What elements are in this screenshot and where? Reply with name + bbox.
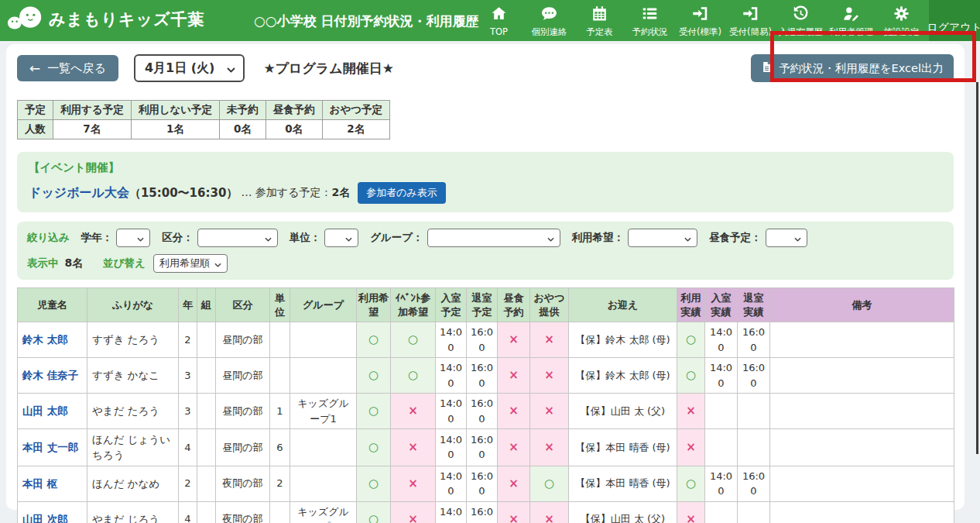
cell-unit bbox=[270, 322, 290, 358]
cell-group: キッズグループ3 bbox=[290, 501, 357, 523]
back-button-label: 一覧へ戻る bbox=[47, 61, 106, 76]
event-name: ドッジボール大会 bbox=[29, 185, 129, 201]
filter-field-label: 利用希望： bbox=[572, 231, 625, 245]
summary-header-cell: 利用する予定 bbox=[53, 101, 132, 120]
cell-note bbox=[770, 322, 954, 358]
column-header-2: 年 bbox=[179, 288, 197, 322]
cell-event: ○ bbox=[391, 322, 436, 358]
nav-item-2[interactable]: 予定表 bbox=[574, 0, 625, 41]
cell-note bbox=[770, 501, 954, 523]
cell-pickup: 【保】本田 晴香 (母) bbox=[569, 466, 677, 501]
event-participants-label: … 参加する予定： bbox=[241, 186, 331, 200]
event-heading: 【イベント開催】 bbox=[29, 160, 942, 175]
cell-category: 昼間の部 bbox=[216, 429, 270, 466]
cell-lunch: × bbox=[498, 429, 530, 466]
cell-lunch: × bbox=[498, 358, 530, 394]
table-row: 山田 次郎やまだ じろう4夜間の部キッズグループ3○×14:0016:00××【… bbox=[18, 501, 954, 523]
filter-select-3[interactable] bbox=[427, 229, 560, 247]
cell-category: 夜間の部 bbox=[216, 466, 270, 501]
nav-item-3[interactable]: 予約状況 bbox=[625, 0, 675, 41]
chevron-down-icon bbox=[265, 232, 272, 244]
summary-header-cell: 未予約 bbox=[220, 101, 266, 120]
summary-value-cell: 2名 bbox=[322, 120, 389, 139]
showing-label: 表示中 bbox=[27, 256, 59, 270]
cell-wish: ○ bbox=[357, 358, 391, 394]
cell-out_actual: 16:00 bbox=[738, 358, 770, 394]
nav-item-7[interactable]: 利用者管理 bbox=[826, 0, 876, 41]
student-name-link[interactable]: 本田 丈一郎 bbox=[22, 441, 78, 453]
student-name-link[interactable]: 山田 太郎 bbox=[22, 404, 68, 417]
excel-export-button[interactable]: 予約状況・利用履歴をExcel出力 bbox=[751, 54, 954, 82]
filter-select-5[interactable] bbox=[766, 229, 807, 247]
column-header-8: ｲﾍﾞﾝﾄ参加希望 bbox=[391, 288, 436, 322]
chevron-down-icon bbox=[345, 232, 352, 244]
back-to-list-button[interactable]: ← 一覧へ戻る bbox=[17, 55, 118, 81]
student-name-link[interactable]: 鈴木 佳奈子 bbox=[22, 369, 78, 381]
show-participants-button[interactable]: 参加者のみ表示 bbox=[358, 182, 446, 204]
cell-class bbox=[197, 358, 216, 394]
cell-out_actual bbox=[738, 429, 770, 466]
cell-name: 山田 次郎 bbox=[18, 501, 87, 523]
filter-select-0[interactable] bbox=[116, 229, 150, 247]
showing-count: 8名 bbox=[65, 256, 84, 270]
cell-group bbox=[290, 358, 357, 394]
brand-logo[interactable]: みまもりキッズ千葉 bbox=[6, 5, 204, 33]
summary-header-cell: 昼食予約 bbox=[266, 101, 322, 120]
cell-out_plan: 16:00 bbox=[467, 429, 498, 466]
chevron-down-icon bbox=[137, 232, 144, 244]
cell-category: 昼間の部 bbox=[216, 394, 270, 429]
nav-item-5[interactable]: 受付(簡易) bbox=[725, 0, 776, 41]
cell-in_plan: 14:00 bbox=[436, 394, 467, 429]
nav-item-8[interactable]: 施設設定 bbox=[876, 0, 927, 41]
filter-panel: 絞り込み 学年：区分：単位：グループ：利用希望：昼食予定： 表示中 8名 並び替… bbox=[17, 222, 954, 280]
gear-icon bbox=[893, 5, 910, 25]
table-row: 本田 枢ほんだ かなめ2夜間の部2○×14:0016:00×○【保】本田 晴香 … bbox=[18, 466, 954, 501]
chevron-down-icon bbox=[794, 232, 801, 244]
cell-lunch: × bbox=[498, 466, 530, 501]
cell-actual: × bbox=[677, 501, 705, 523]
date-select[interactable]: 4月1日 (火) bbox=[134, 54, 245, 82]
cell-pickup: 【保】本田 晴香 (母) bbox=[569, 429, 677, 466]
filter-select-1[interactable] bbox=[197, 229, 278, 247]
column-header-0: 児童名 bbox=[18, 288, 87, 322]
cell-in_plan: 14:00 bbox=[436, 466, 467, 501]
column-header-12: おやつ提供 bbox=[530, 288, 569, 322]
cell-pickup: 【保】山田 太 (父) bbox=[569, 501, 677, 523]
cell-class bbox=[197, 501, 216, 523]
column-header-4: 区分 bbox=[216, 288, 270, 322]
cell-event: × bbox=[391, 429, 436, 466]
cell-note bbox=[770, 394, 954, 429]
cell-in_actual: 14:00 bbox=[705, 358, 738, 394]
logout-button[interactable]: ログアウト bbox=[929, 0, 980, 41]
summary-value-cell: 7名 bbox=[53, 120, 132, 139]
cell-snack: × bbox=[530, 394, 569, 429]
cell-wish: ○ bbox=[357, 501, 391, 523]
document-icon bbox=[761, 61, 773, 75]
student-name-link[interactable]: 鈴木 太郎 bbox=[22, 333, 68, 346]
cell-in_actual: 14:00 bbox=[705, 466, 738, 501]
cell-group bbox=[290, 429, 357, 466]
summary-value-cell: 1名 bbox=[131, 120, 219, 139]
nav-item-4[interactable]: 受付(標準) bbox=[675, 0, 725, 41]
cell-out_plan: 16:00 bbox=[467, 466, 498, 501]
nav-item-label: 予約状況 bbox=[632, 26, 668, 38]
cell-group bbox=[290, 322, 357, 358]
cell-actual: ○ bbox=[677, 358, 705, 394]
sort-select[interactable]: 利用希望順 bbox=[153, 254, 228, 273]
student-name-link[interactable]: 山田 次郎 bbox=[22, 513, 68, 523]
nav-item-6[interactable]: 入退室履歴 bbox=[776, 0, 826, 41]
cell-class bbox=[197, 429, 216, 466]
student-name-link[interactable]: 本田 枢 bbox=[22, 477, 57, 490]
cell-unit bbox=[270, 501, 290, 523]
filter-select-4[interactable] bbox=[628, 229, 697, 247]
cell-grade: 3 bbox=[179, 358, 197, 394]
main-nav: TOP個別連絡予定表予約状況受付(標準)受付(簡易)入退室履歴利用者管理施設設定 bbox=[474, 0, 927, 41]
cell-kana: やまだ じろう bbox=[87, 501, 179, 523]
window-edge-scrollbar[interactable] bbox=[976, 82, 978, 454]
cell-wish: ○ bbox=[357, 394, 391, 429]
nav-item-0[interactable]: TOP bbox=[474, 0, 524, 41]
filter-select-2[interactable] bbox=[324, 229, 358, 247]
column-header-16: 退室実績 bbox=[738, 288, 770, 322]
nav-item-1[interactable]: 個別連絡 bbox=[524, 0, 574, 41]
cell-event: × bbox=[391, 394, 436, 429]
